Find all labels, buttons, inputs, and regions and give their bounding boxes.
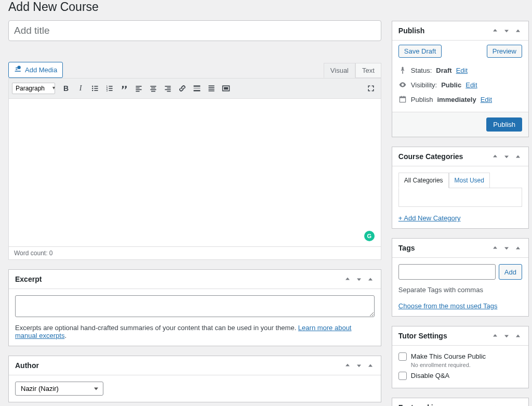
make-public-checkbox[interactable] <box>398 352 407 361</box>
read-more-button[interactable] <box>190 82 204 95</box>
featured-image-heading: Featured image <box>398 403 452 406</box>
move-down-icon[interactable] <box>502 27 511 35</box>
tab-all-categories[interactable]: All Categories <box>398 173 449 188</box>
status-value: Draft <box>436 67 451 74</box>
svg-rect-28 <box>208 87 214 88</box>
svg-text:3: 3 <box>107 89 108 92</box>
toolbar-toggle-button[interactable] <box>205 82 218 95</box>
toggle-icon[interactable] <box>514 332 522 340</box>
edit-visibility-link[interactable]: Edit <box>466 81 477 89</box>
svg-point-2 <box>92 88 93 89</box>
move-up-icon[interactable] <box>343 361 352 370</box>
toggle-icon[interactable] <box>514 152 522 161</box>
svg-rect-19 <box>151 91 155 92</box>
svg-rect-12 <box>136 86 141 87</box>
svg-rect-30 <box>208 90 214 91</box>
bullet-list-button[interactable] <box>88 82 102 95</box>
format-select[interactable]: Paragraph <box>12 83 55 94</box>
save-draft-button[interactable]: Save Draft <box>398 45 442 58</box>
most-used-tags-link[interactable]: Choose from the most used Tags <box>398 302 498 310</box>
svg-rect-15 <box>136 91 139 92</box>
edit-status-link[interactable]: Edit <box>456 67 468 74</box>
disable-qa-checkbox[interactable] <box>398 372 407 380</box>
move-up-icon[interactable] <box>491 152 499 161</box>
svg-point-4 <box>92 90 93 91</box>
toggle-icon[interactable] <box>514 403 522 406</box>
svg-rect-34 <box>400 97 405 98</box>
edit-publish-time-link[interactable]: Edit <box>481 96 492 103</box>
toggle-icon[interactable] <box>366 275 375 283</box>
excerpt-heading: Excerpt <box>15 275 42 283</box>
add-media-icon <box>14 65 22 75</box>
align-center-button[interactable] <box>147 82 160 95</box>
toggle-icon[interactable] <box>366 361 375 370</box>
tab-text[interactable]: Text <box>355 63 381 78</box>
move-down-icon[interactable] <box>502 152 511 161</box>
svg-rect-23 <box>167 91 170 92</box>
categories-heading: Course Categories <box>398 152 463 161</box>
bold-button[interactable]: B <box>59 82 73 95</box>
italic-button[interactable]: I <box>74 82 87 95</box>
make-public-label: Make This Course Public <box>411 352 486 360</box>
svg-rect-14 <box>136 89 141 90</box>
svg-rect-1 <box>94 86 98 87</box>
blockquote-button[interactable] <box>117 82 131 95</box>
page-title: Add New Course <box>8 0 381 14</box>
distraction-free-button[interactable] <box>219 82 233 95</box>
move-up-icon[interactable] <box>343 275 352 283</box>
author-select[interactable]: Nazir (Nazir) <box>15 382 103 396</box>
svg-rect-5 <box>94 90 98 91</box>
add-new-category-link[interactable]: + Add New Category <box>398 214 461 222</box>
publish-button[interactable]: Publish <box>486 117 522 132</box>
tags-input[interactable] <box>398 264 496 280</box>
svg-rect-3 <box>94 88 98 89</box>
add-media-label: Add Media <box>25 66 57 74</box>
word-count: Word count: 0 <box>8 247 381 260</box>
move-down-icon[interactable] <box>355 361 363 370</box>
excerpt-textarea[interactable] <box>15 295 375 317</box>
move-down-icon[interactable] <box>502 244 511 252</box>
number-list-button[interactable]: 123 <box>103 82 116 95</box>
visibility-label: Visibility: <box>411 81 437 89</box>
content-editor[interactable]: G <box>8 99 381 247</box>
align-right-button[interactable] <box>161 82 175 95</box>
move-up-icon[interactable] <box>491 244 499 252</box>
status-label: Status: <box>411 67 432 74</box>
course-title-input[interactable] <box>8 20 381 41</box>
svg-rect-21 <box>167 87 170 88</box>
disable-qa-label: Disable Q&A <box>411 372 449 379</box>
svg-rect-25 <box>194 88 201 88</box>
excerpt-help: Excerpts are optional hand-crafted summa… <box>15 324 375 339</box>
move-down-icon[interactable] <box>502 403 511 406</box>
move-up-icon[interactable] <box>491 27 499 35</box>
tags-heading: Tags <box>398 244 415 252</box>
svg-rect-35 <box>401 96 402 97</box>
svg-rect-20 <box>165 86 170 87</box>
link-button[interactable] <box>176 82 189 95</box>
svg-rect-24 <box>194 85 201 86</box>
toggle-icon[interactable] <box>514 27 522 35</box>
categories-list[interactable] <box>398 188 522 207</box>
move-down-icon[interactable] <box>355 275 363 283</box>
move-down-icon[interactable] <box>502 332 511 340</box>
move-up-icon[interactable] <box>491 403 499 406</box>
preview-button[interactable]: Preview <box>487 45 522 58</box>
calendar-icon <box>398 95 407 103</box>
add-tag-button[interactable]: Add <box>499 264 522 280</box>
svg-rect-36 <box>403 96 404 97</box>
editor-toolbar: Paragraph B I 123 <box>8 78 381 99</box>
pin-icon <box>398 66 407 74</box>
move-up-icon[interactable] <box>491 332 499 340</box>
svg-rect-11 <box>109 90 112 91</box>
tab-visual[interactable]: Visual <box>324 63 355 78</box>
grammarly-icon[interactable]: G <box>364 231 375 241</box>
make-public-sub: No enrollment required. <box>411 362 522 368</box>
fullscreen-button[interactable] <box>364 82 378 95</box>
add-media-button[interactable]: Add Media <box>8 62 63 78</box>
author-heading: Author <box>15 361 39 370</box>
toggle-icon[interactable] <box>514 244 522 252</box>
align-left-button[interactable] <box>132 82 145 95</box>
tags-help: Separate Tags with commas <box>392 282 528 296</box>
svg-rect-22 <box>165 89 170 90</box>
tab-most-used-categories[interactable]: Most Used <box>449 173 490 188</box>
